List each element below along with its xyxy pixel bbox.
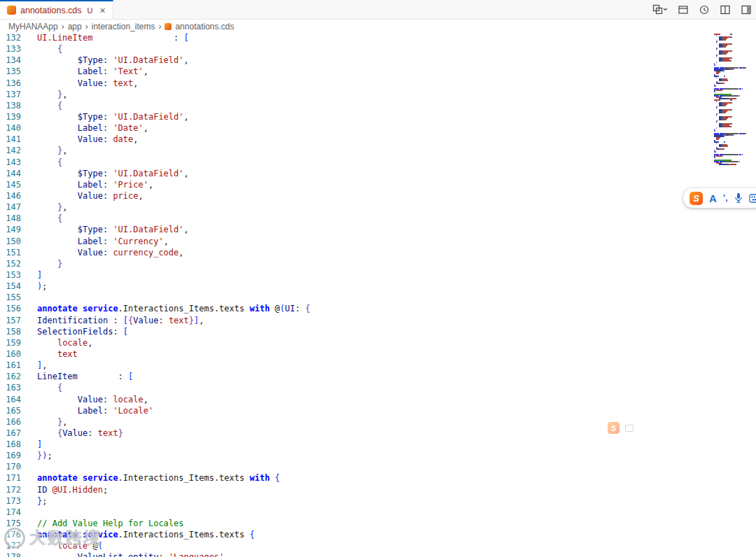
line-number: 146 xyxy=(0,190,21,202)
code-token: : xyxy=(103,248,113,258)
git-status-badge: U xyxy=(88,6,93,15)
code-line: 166 }, xyxy=(0,416,756,428)
code-text: locale @( xyxy=(37,540,103,551)
code-line: 158SelectionFields: [ xyxy=(0,326,756,337)
code-token xyxy=(78,530,83,540)
cds-file-icon xyxy=(7,6,16,15)
code-line: 150 Label: 'Currency', xyxy=(0,236,756,247)
preview-icon[interactable] xyxy=(678,4,689,15)
line-number: 137 xyxy=(0,89,21,100)
code-line: 147 }, xyxy=(0,202,756,213)
minimap[interactable] xyxy=(714,34,746,165)
code-token xyxy=(37,191,78,201)
tab-label: annotations.cds xyxy=(20,6,82,15)
code-token: locale xyxy=(113,395,143,404)
code-line: 138 { xyxy=(0,100,756,111)
microphone-icon[interactable] xyxy=(734,192,743,204)
line-number: 167 xyxy=(0,428,21,439)
code-area[interactable]: 132UI.LineItem : [133 {134 $Type: 'UI.Da… xyxy=(0,32,756,557)
line-number: 147 xyxy=(0,202,21,213)
code-line: 144 $Type: 'UI.DataField', xyxy=(0,168,756,179)
code-token: text xyxy=(57,349,78,359)
code-line: 155 xyxy=(0,292,756,303)
line-number: 143 xyxy=(0,157,21,168)
breadcrumb-item-app[interactable]: app xyxy=(68,22,82,31)
line-number: 148 xyxy=(0,213,21,224)
breadcrumb-item-file[interactable]: annotations.cds xyxy=(175,22,234,31)
code-token xyxy=(78,473,83,483)
code-token xyxy=(37,406,78,416)
code-line: 165 Label: 'Locale' xyxy=(0,405,756,416)
ime-language-indicator[interactable]: A xyxy=(709,192,717,204)
line-number: 149 xyxy=(0,224,21,235)
code-text: annotate service.Interactions_Items.text… xyxy=(37,472,280,484)
code-text: UI.LineItem : [ xyxy=(37,32,189,43)
code-token: , xyxy=(133,134,138,144)
code-token: , xyxy=(144,66,148,76)
close-tab-icon[interactable]: × xyxy=(100,5,106,16)
line-number: 171 xyxy=(0,472,21,484)
keyboard-icon[interactable] xyxy=(749,194,756,203)
cds-file-icon xyxy=(164,23,172,30)
code-token: date xyxy=(113,134,133,144)
code-token: UI xyxy=(285,304,295,313)
code-token: : xyxy=(113,327,122,337)
code-token: $Type xyxy=(78,112,103,122)
code-token: 'Currency' xyxy=(113,237,163,246)
breadcrumb-separator: › xyxy=(85,22,88,31)
code-line: 143 { xyxy=(0,157,756,168)
code-token: ValueList.entity xyxy=(78,552,159,557)
code-token: { xyxy=(305,304,310,313)
line-number: 156 xyxy=(0,303,21,314)
code-token xyxy=(37,44,57,54)
sogou-logo-icon[interactable]: S xyxy=(690,192,703,205)
tab-annotations-cds[interactable]: annotations.cds U × xyxy=(0,0,113,19)
split-editor-icon[interactable] xyxy=(720,4,731,15)
ime-punctuation-icon[interactable]: ’, xyxy=(723,193,728,203)
code-text: annotate service.Interactions_Items.text… xyxy=(37,529,255,540)
code-text: Value: locale, xyxy=(37,394,148,405)
code-line: 140 Label: 'Date', xyxy=(0,122,756,134)
code-token: // Add Value Help for Locales xyxy=(37,519,184,528)
breadcrumb-item-folder[interactable]: interaction_items xyxy=(92,22,155,31)
timeline-icon[interactable] xyxy=(699,4,710,15)
code-token: : xyxy=(103,123,113,133)
line-number: 174 xyxy=(0,507,21,518)
code-token: : xyxy=(103,169,113,178)
code-line: 164 Value: locale, xyxy=(0,394,756,405)
line-number: 135 xyxy=(0,66,21,77)
code-text: ); xyxy=(37,281,47,292)
code-token: , xyxy=(42,360,47,370)
code-token: Value xyxy=(78,395,103,404)
line-number: 132 xyxy=(0,32,21,43)
code-token: : xyxy=(295,304,305,313)
code-text: { xyxy=(37,100,62,111)
code-text: Label: 'Price', xyxy=(37,179,153,190)
compare-changes-icon[interactable] xyxy=(652,4,668,15)
code-token: { xyxy=(57,157,62,167)
code-token: @ xyxy=(270,304,279,313)
code-token xyxy=(37,248,78,258)
code-token xyxy=(37,395,78,404)
breadcrumb-item-project[interactable]: MyHANAApp xyxy=(8,22,58,31)
code-token xyxy=(47,485,52,495)
line-number: 163 xyxy=(0,382,21,393)
code-line: 159 locale, xyxy=(0,337,756,348)
code-token xyxy=(37,338,57,348)
code-token: : xyxy=(103,406,113,416)
code-token: service xyxy=(83,530,118,540)
code-line: 142 }, xyxy=(0,145,756,156)
code-editor[interactable]: 132UI.LineItem : [133 {134 $Type: 'UI.Da… xyxy=(0,32,756,557)
line-number: 161 xyxy=(0,360,21,371)
code-token xyxy=(37,213,57,223)
code-token xyxy=(37,66,78,76)
code-text: Value: price, xyxy=(37,190,144,202)
code-text: Value: text, xyxy=(37,78,139,89)
line-number: 154 xyxy=(0,281,21,292)
code-token: , xyxy=(199,316,204,325)
code-token: locale xyxy=(57,338,88,348)
editor-layout-icon[interactable] xyxy=(741,4,752,15)
code-token: , xyxy=(139,191,144,201)
code-token xyxy=(37,202,57,212)
ime-toolbar[interactable]: S A ’, xyxy=(683,188,756,208)
